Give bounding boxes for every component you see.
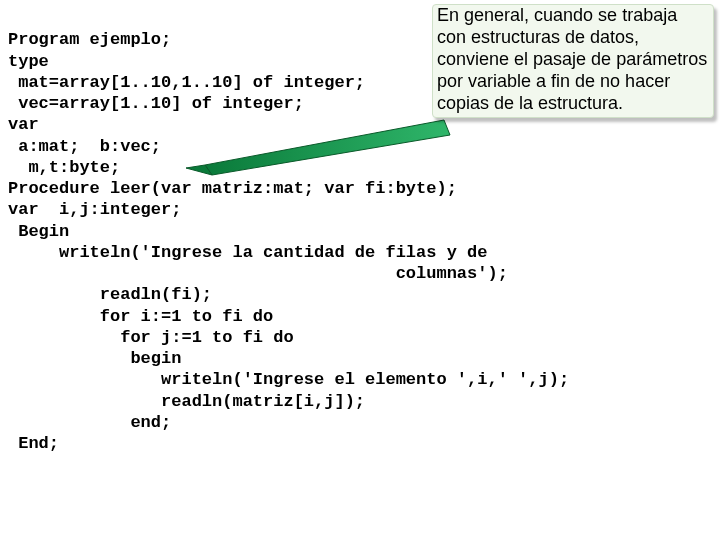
code-line: vec=array[1..10] of integer; (8, 94, 304, 113)
code-line: type (8, 52, 49, 71)
code-line: writeln('Ingrese el elemento ',i,' ',j); (8, 370, 569, 389)
code-line: readln(matriz[i,j]); (8, 392, 365, 411)
code-line: var (8, 115, 39, 134)
code-line: a:mat; b:vec; (8, 137, 161, 156)
code-line: Begin (8, 222, 69, 241)
code-line: mat=array[1..10,1..10] of integer; (8, 73, 365, 92)
code-line: end; (8, 413, 171, 432)
code-line: var i,j:integer; (8, 200, 181, 219)
code-line: begin (8, 349, 181, 368)
code-line: Procedure leer(var matriz:mat; var fi:by… (8, 179, 457, 198)
code-line: for j:=1 to fi do (8, 328, 294, 347)
code-line: readln(fi); (8, 285, 212, 304)
code-line: m,t:byte; (8, 158, 120, 177)
code-line: End; (8, 434, 59, 453)
code-line: Program ejemplo; (8, 30, 171, 49)
callout-box: En general, cuando se trabaja con estruc… (432, 4, 714, 118)
code-line: writeln('Ingrese la cantidad de filas y … (8, 243, 487, 262)
code-line: columnas'); (8, 264, 508, 283)
callout-text: En general, cuando se trabaja con estruc… (437, 5, 707, 113)
code-line: for i:=1 to fi do (8, 307, 273, 326)
